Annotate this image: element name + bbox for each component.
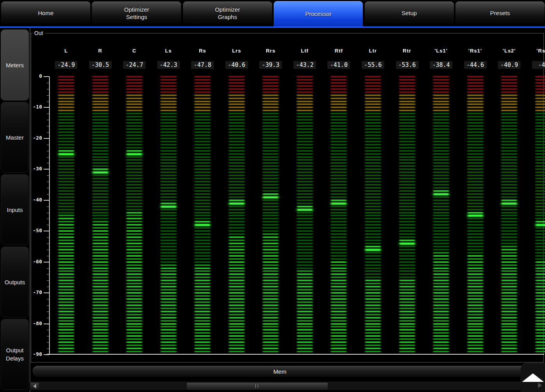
led-segment <box>160 252 177 254</box>
tab-home[interactable]: Home <box>1 2 90 24</box>
led-segment <box>501 79 518 80</box>
led-segment <box>432 168 450 170</box>
led-segment <box>58 255 75 257</box>
scroll-up-button[interactable] <box>520 363 545 392</box>
led-segment <box>501 203 518 205</box>
led-segment <box>58 249 75 250</box>
scrollbar-thumb[interactable] <box>187 383 328 390</box>
led-segment <box>399 125 416 127</box>
led-segment <box>399 88 416 90</box>
led-segment <box>535 168 545 170</box>
led-segment <box>364 91 382 93</box>
led-segment <box>535 301 545 303</box>
led-segment <box>194 308 211 309</box>
led-segment <box>126 218 143 219</box>
led-segment <box>535 147 545 149</box>
led-segment <box>399 122 416 124</box>
led-segment <box>194 270 211 272</box>
led-segment <box>92 85 109 87</box>
led-segment <box>296 88 313 90</box>
led-segment <box>262 335 279 337</box>
led-segment <box>228 187 245 189</box>
tab-optimizer-settings[interactable]: Optimizer Settings <box>92 2 181 24</box>
led-segment <box>432 209 450 210</box>
led-segment <box>228 122 245 124</box>
led-segment <box>432 215 450 216</box>
led-segment <box>364 243 382 244</box>
led-segment <box>364 351 382 352</box>
led-segment <box>467 221 484 222</box>
led-segment <box>364 252 382 254</box>
led-segment <box>160 255 177 257</box>
led-segment <box>194 116 211 117</box>
led-segment <box>330 128 347 130</box>
tab-optimizer-graphs[interactable]: Optimizer Graphs <box>183 2 272 24</box>
led-segment <box>92 351 109 352</box>
led-segment <box>330 110 347 111</box>
led-segment <box>399 317 416 318</box>
led-segment <box>228 181 245 182</box>
led-segment <box>467 258 484 260</box>
led-segment <box>262 178 279 179</box>
led-segment <box>194 215 211 216</box>
led-segment <box>432 335 450 337</box>
led-segment <box>535 233 545 235</box>
led-segment <box>126 236 143 238</box>
led-segment <box>296 314 313 315</box>
led-segment <box>92 190 109 192</box>
sidebar-item-inputs[interactable]: Inputs <box>1 174 29 245</box>
led-segment <box>92 196 109 198</box>
led-segment <box>399 119 416 121</box>
led-segment <box>330 94 347 96</box>
led-segment <box>126 113 143 114</box>
led-segment <box>160 110 177 111</box>
led-segment <box>364 190 382 192</box>
led-segment <box>432 153 450 155</box>
led-segment <box>126 203 143 204</box>
led-segment <box>399 255 416 257</box>
sidebar-item-outputs[interactable]: Outputs <box>1 247 29 317</box>
led-segment <box>535 141 545 142</box>
led-segment <box>432 144 450 145</box>
led-segment <box>432 131 450 133</box>
led-segment <box>228 351 245 352</box>
led-segment <box>126 240 143 241</box>
led-segment <box>228 276 245 278</box>
led-segment <box>126 187 143 189</box>
led-segment <box>330 289 347 290</box>
led-segment <box>501 175 518 176</box>
led-segment <box>58 273 75 275</box>
mem-button[interactable]: Mem <box>33 366 527 377</box>
scrollbar-left-arrow-button[interactable] <box>30 383 39 390</box>
led-segment <box>194 351 211 352</box>
led-segment <box>467 85 484 87</box>
tab-processor[interactable]: Processor <box>274 1 363 26</box>
led-segment <box>535 338 545 340</box>
tab-presets[interactable]: Presets <box>455 2 545 24</box>
led-segment <box>467 135 484 136</box>
sidebar-item-meters[interactable]: Meters <box>1 30 29 100</box>
led-segment <box>432 196 450 198</box>
led-segment <box>364 273 382 275</box>
led-segment <box>160 230 177 232</box>
tab-label: Home <box>38 9 53 17</box>
led-segment <box>126 206 143 207</box>
scale-tick-minor <box>47 89 49 89</box>
led-segment <box>296 249 313 250</box>
led-segment <box>535 131 545 133</box>
led-segment <box>467 311 484 312</box>
led-segment <box>58 348 75 349</box>
led-segment <box>399 308 416 309</box>
led-segment <box>194 159 211 161</box>
tab-setup[interactable]: Setup <box>365 2 454 24</box>
led-segment <box>296 304 313 306</box>
channel-label: Ltr <box>357 48 389 54</box>
scale-tick-minor <box>47 299 49 299</box>
led-segment <box>194 153 211 155</box>
led-segment <box>296 209 313 211</box>
led-segment <box>330 311 347 312</box>
led-segment <box>296 308 313 309</box>
led-segment <box>262 280 279 281</box>
led-segment <box>535 341 545 343</box>
led-segment <box>194 193 211 195</box>
